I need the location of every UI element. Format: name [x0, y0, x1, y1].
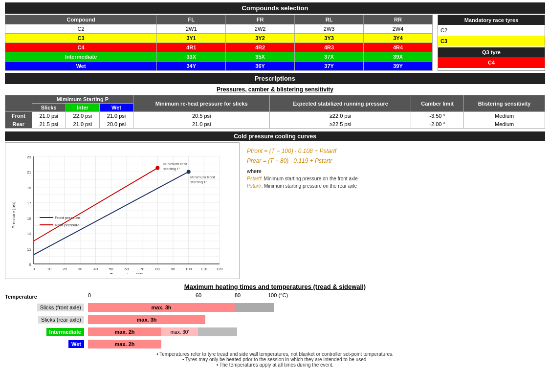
desc-f: Pstartf: Minimum starting pressure on th…: [247, 176, 543, 181]
axle-cell: Rear: [5, 120, 32, 129]
svg-text:30: 30: [78, 267, 83, 271]
running-cell: ≥22.5 psi: [270, 120, 411, 129]
inter-bars: max. 2h max. 30': [88, 327, 545, 337]
temp-80: 80: [235, 292, 241, 298]
slicks-rear-label: Slicks (rear axle): [38, 316, 84, 324]
compound-cell: Wet: [5, 62, 157, 71]
note-3: • The temperatures apply at all times du…: [5, 362, 545, 368]
reheat-cell: 20.5 psi: [133, 112, 270, 120]
blistering-header: Blistering sensitivity: [464, 95, 545, 112]
compounds-table: Compound FL FR RL RR C22W12W22W32W4C33Y1…: [5, 15, 433, 71]
svg-text:15: 15: [27, 217, 31, 221]
wet-cell: 21.0 psi: [99, 112, 133, 120]
rl-cell: 37Y: [295, 62, 364, 71]
slicks-front-bar1: max. 3h: [88, 303, 235, 312]
col-fr: FR: [226, 15, 295, 24]
slicks-rear-bar1: max. 3h: [88, 315, 205, 324]
svg-text:23: 23: [27, 155, 31, 159]
fr-cell: 35X: [226, 52, 295, 62]
fl-cell: 34Y: [157, 62, 226, 71]
heating-row-slicks-rear: Slicks (rear axle) max. 3h: [5, 314, 545, 325]
fl-cell: 33X: [157, 52, 226, 62]
rr-cell: 3Y4: [364, 34, 433, 43]
q3-c4: C4: [438, 57, 545, 68]
slicks-front-label: Slicks (front axle): [37, 304, 84, 311]
axle-cell: Front: [5, 112, 32, 120]
mandatory-header: Mandatory race tyres: [438, 15, 545, 25]
note-2: • Tyres may only be heated prior to the …: [5, 357, 545, 362]
chart-section-header: Cold pressure cooling curves: [5, 131, 545, 141]
svg-text:19: 19: [27, 186, 31, 190]
temp-scale-bar: 0 60 80 100 (°C): [88, 292, 545, 301]
svg-text:60: 60: [125, 267, 129, 271]
svg-point-52: [187, 170, 191, 174]
heating-row-inter: Intermediate max. 2h max. 30': [5, 327, 545, 337]
rr-cell: 2W4: [364, 24, 433, 34]
svg-text:13: 13: [27, 232, 31, 236]
camber-cell: -2.00 °: [411, 120, 463, 129]
svg-text:starting P: starting P: [163, 167, 180, 171]
slicks-rear-bars: max. 3h: [88, 314, 545, 325]
fr-cell: 2W2: [226, 24, 295, 34]
reheat-header: Minimum re-heat pressure for slicks: [133, 95, 270, 112]
fr-cell: 36Y: [226, 62, 295, 71]
formula-front: Pfront = (T − 100) · 0.108 + Pstartf: [247, 148, 543, 154]
table-row: Wet34Y36Y37Y39Y: [5, 62, 433, 71]
svg-text:20: 20: [63, 267, 67, 271]
inter-bar2: max. 30': [161, 327, 198, 336]
inter-cell: 21.0 psi: [66, 120, 99, 129]
fl-cell: 2W1: [157, 24, 226, 34]
prescriptions-header: Prescriptions: [5, 73, 545, 84]
fl-cell: 4R1: [157, 43, 226, 52]
wet-label: Wet: [68, 340, 84, 348]
compound-cell: C3: [5, 34, 157, 43]
rr-cell: 4R4: [364, 43, 433, 52]
running-cell: ≥22.0 psi: [270, 112, 411, 120]
temp-60: 60: [196, 292, 201, 298]
svg-text:10: 10: [47, 267, 51, 271]
col-rr: RR: [364, 15, 433, 24]
mandatory-wrap: Mandatory race tyres C2 C3 Q3 tyre C4: [438, 15, 545, 71]
mandatory-c2: C2: [438, 25, 545, 36]
heating-notes: • Temperatures refer to tyre tread and s…: [5, 351, 545, 368]
wet-bar1: max. 2h: [88, 340, 161, 348]
svg-text:Rear pressure: Rear pressure: [55, 223, 80, 227]
svg-text:17: 17: [27, 201, 31, 205]
svg-text:90: 90: [171, 267, 176, 271]
rr-cell: 39Y: [364, 62, 433, 71]
heating-temp-scale-row: Temperature 0 60 80 100 (°C): [5, 292, 545, 301]
compound-cell: C2: [5, 24, 157, 34]
pressures-title: Pressures, camber & blistering sensitivi…: [5, 86, 545, 93]
rl-cell: 37X: [295, 52, 364, 62]
table-row: Front21.0 psi22.0 psi21.0 psi20.5 psi≥22…: [5, 112, 545, 120]
slicks-rear-label-wrap: Slicks (rear axle): [5, 317, 88, 323]
slicks-cell: 21.0 psi: [32, 112, 66, 120]
table-row: C22W12W22W32W4: [5, 24, 433, 34]
svg-text:21: 21: [27, 170, 31, 174]
formula-rear: Prear = (T − 80) · 0.119 + Pstartr: [247, 157, 543, 164]
table-row: C44R14R24R34R4: [5, 43, 433, 52]
heating-label-spacer: Temperature: [5, 294, 88, 300]
compound-cell: C4: [5, 43, 157, 52]
svg-text:9: 9: [29, 262, 32, 267]
temperature-label: Temperature: [5, 294, 37, 300]
inter-cell: 22.0 psi: [66, 112, 99, 120]
heating-row-slicks-front: Slicks (front axle) max. 3h: [5, 302, 545, 313]
fr-cell: 3Y2: [226, 34, 295, 43]
camber-cell: -3.50 °: [411, 112, 463, 120]
fl-cell: 3Y1: [157, 34, 226, 43]
min-starting-p-header: Mimimum Starting P: [32, 95, 133, 104]
slicks-cell: 21.5 psi: [32, 120, 66, 129]
compound-cell: Intermediate: [5, 52, 157, 62]
inter-bar3: [198, 327, 237, 336]
blistering-cell: Medium: [464, 112, 545, 120]
table-row: Intermediate33X35X37X39X: [5, 52, 433, 62]
blistering-cell: Medium: [464, 120, 545, 129]
svg-text:Temperature [°C]: Temperature [°C]: [110, 272, 143, 274]
svg-text:50: 50: [109, 267, 113, 271]
compounds-section-header: Compounds selection: [5, 2, 545, 14]
heating-row-wet: Wet max. 2h: [5, 339, 545, 349]
fr-cell: 4R2: [226, 43, 295, 52]
inter-label-wrap: Intermediate: [5, 329, 88, 335]
col-rl: RL: [295, 15, 364, 24]
